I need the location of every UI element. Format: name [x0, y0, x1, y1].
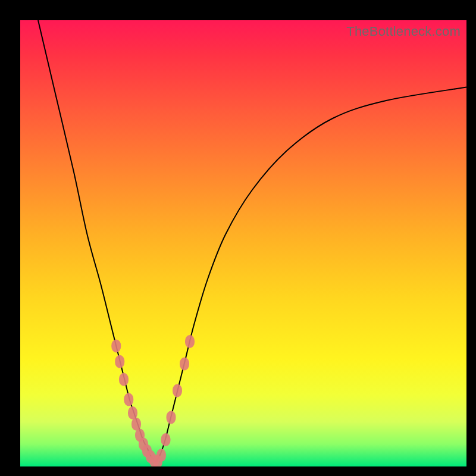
data-marker — [161, 433, 171, 446]
watermark-label: TheBottleneck.com — [346, 24, 461, 39]
data-marker — [173, 384, 182, 397]
data-marker — [115, 355, 124, 368]
chart-frame: TheBottleneck.com — [0, 0, 476, 476]
data-marker — [124, 393, 133, 406]
data-marker — [180, 358, 189, 371]
left-branch-line — [38, 20, 156, 462]
right-branch-line — [156, 87, 466, 462]
data-marker — [185, 335, 195, 348]
data-marker — [156, 449, 166, 462]
marker-group — [111, 335, 195, 466]
data-marker — [131, 418, 141, 431]
data-marker — [119, 373, 129, 386]
data-marker — [111, 340, 121, 353]
data-marker — [128, 406, 137, 419]
plot-area: TheBottleneck.com — [20, 20, 466, 466]
data-marker — [167, 411, 176, 424]
curves-svg — [20, 20, 466, 466]
